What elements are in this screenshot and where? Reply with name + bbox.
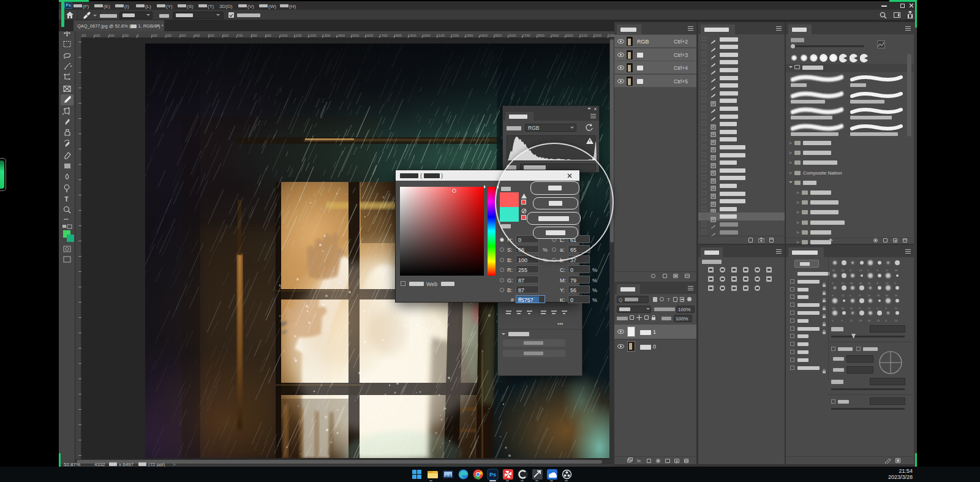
svg-text:•••: ••• <box>64 217 69 221</box>
svg-text:Ps: Ps <box>489 472 496 478</box>
svg-text:T: T <box>65 196 69 203</box>
